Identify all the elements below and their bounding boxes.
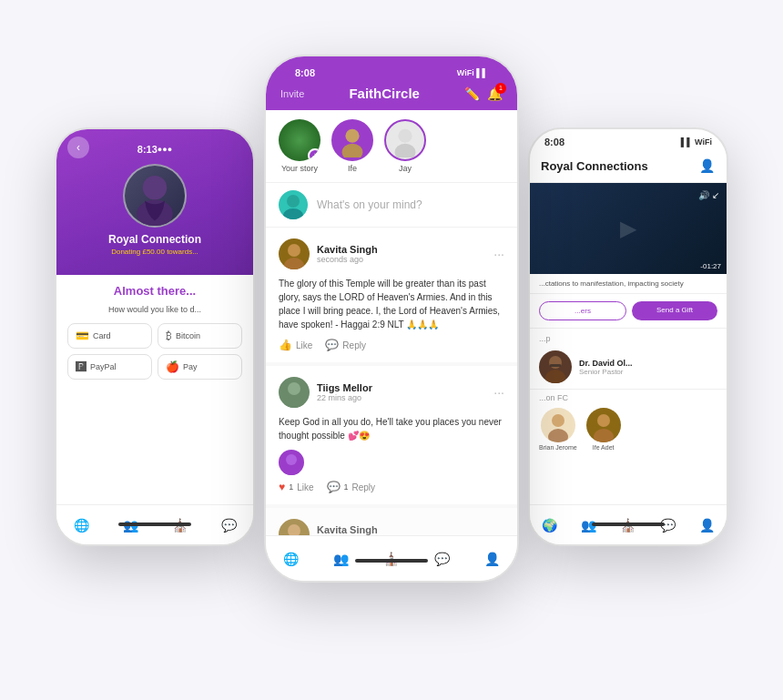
invite-label[interactable]: Invite — [280, 88, 304, 99]
edit-icon[interactable]: ✏️ — [464, 86, 480, 101]
svg-point-19 — [552, 414, 564, 427]
app-label: ...p — [530, 329, 727, 345]
video-player[interactable]: ▶ 🔊 ↙ NDS OF CHANGE 2018 -01:27 — [530, 183, 727, 274]
stories-row: + Your story Ife — [266, 110, 517, 183]
post-author-1: Kavita Singh — [317, 244, 486, 255]
c-volume-up — [264, 120, 266, 152]
post-time-1: seconds ago — [317, 255, 486, 264]
apple-pay-payment[interactable]: 🍎 Pay — [158, 354, 242, 380]
member-ife[interactable]: Ife Adet — [586, 408, 621, 451]
paypal-payment[interactable]: 🅿 PayPal — [67, 354, 152, 380]
payment-options: 💳 Card ₿ Bitcoin 🅿 PayPal 🍎 Pay — [67, 323, 242, 380]
ife-member-avatar-image — [586, 408, 621, 442]
member-brian[interactable]: Brian Jerome — [539, 408, 577, 451]
r-nav-profile[interactable]: 👤 — [697, 516, 716, 534]
jay-avatar — [384, 119, 426, 161]
nav-globe-icon[interactable]: 🌐 — [72, 516, 90, 534]
header-action-icons: ✏️ 🔔 1 — [464, 86, 503, 101]
card-payment[interactable]: 💳 Card — [67, 323, 152, 349]
pastor-role: Senior Pastor — [579, 368, 633, 376]
post-kavita-2: Kavita Singh 7 mins ago — [266, 508, 517, 535]
center-status-bar: 8:08 WiFi ▌▌ — [280, 62, 503, 80]
post-more-2[interactable]: ··· — [493, 385, 504, 400]
my-story[interactable]: + Your story — [279, 119, 320, 173]
left-status-icons: ●●● — [158, 145, 172, 154]
reply-button-2[interactable]: 💬 1 Reply — [327, 481, 376, 493]
jay-story-label: Jay — [399, 164, 412, 173]
post-header-1: Kavita Singh seconds ago ··· — [279, 238, 504, 269]
svg-point-5 — [395, 144, 416, 157]
svg-point-3 — [342, 144, 363, 157]
post-meta-1: Kavita Singh seconds ago — [317, 244, 486, 264]
avatar-image — [125, 166, 185, 226]
video-play-icon: ▶ — [620, 216, 636, 241]
commenter-avatar — [279, 450, 304, 475]
reply-button-1[interactable]: 💬 Reply — [325, 339, 366, 351]
pastor-avatar — [539, 350, 572, 383]
svg-point-21 — [597, 414, 610, 427]
jay-story[interactable]: Jay — [384, 119, 426, 173]
user-avatar-small — [279, 190, 308, 219]
almost-there-label: Almost there... — [67, 284, 242, 298]
left-profile-avatar — [123, 164, 187, 228]
user-avatar-image — [279, 190, 308, 219]
members-list: Brian Jerome Ife Adet — [530, 404, 727, 458]
svg-point-14 — [288, 524, 300, 535]
apple-pay-label: Pay — [183, 362, 198, 371]
r-nav-globe[interactable]: 🌍 — [541, 516, 559, 534]
c-volume-down — [264, 161, 266, 193]
bitcoin-payment[interactable]: ₿ Bitcoin — [158, 323, 242, 349]
c-nav-chat[interactable]: 💬 — [432, 550, 451, 568]
r-power — [727, 202, 728, 238]
comment-icon-1: 💬 — [325, 339, 339, 351]
comment-count-2: 1 — [344, 482, 349, 492]
c-nav-profile[interactable]: 👤 — [483, 550, 501, 568]
ife-avatar — [331, 119, 373, 161]
center-header: Invite FaithCircle ✏️ 🔔 1 — [266, 80, 517, 110]
back-button[interactable]: ‹ — [67, 137, 89, 158]
compose-placeholder[interactable]: What's on your mind? — [317, 198, 504, 211]
kavita2-avatar-image — [279, 519, 310, 535]
send-gift-button[interactable]: Send a Gift — [632, 301, 717, 320]
post-actions-2: ♥ 1 Like 💬 1 Reply — [279, 481, 504, 493]
left-phone: 8:13 ●●● ‹ Royal Connection Donating £50… — [55, 127, 255, 546]
c-nav-people[interactable]: 👥 — [332, 550, 351, 568]
fc-label: ...on FC — [530, 390, 727, 404]
right-phone: 8:08 ▌▌ WiFi Royal Connections 👤 ▶ 🔊 ↙ N… — [528, 127, 728, 546]
right-profile-icon[interactable]: 👤 — [697, 157, 716, 175]
like-button-1[interactable]: 👍 Like — [279, 339, 312, 351]
nav-chat-icon[interactable]: 💬 — [219, 516, 238, 534]
add-story-icon: + — [308, 148, 320, 161]
card-icon: 💳 — [76, 330, 89, 342]
post-tiigs: Tiigs Mellor 22 mins ago ··· Keep God in… — [266, 366, 517, 504]
post-content-2: Keep God in all you do, He'll take you p… — [279, 415, 504, 442]
ife-story[interactable]: Ife — [331, 119, 373, 173]
post-author-2: Tiigs Mellor — [317, 382, 486, 393]
post-kavita-1: Kavita Singh seconds ago ··· The glory o… — [266, 228, 517, 362]
power-button — [253, 202, 255, 238]
bell-icon[interactable]: 🔔 1 — [487, 86, 503, 101]
kavita2-avatar — [279, 519, 310, 535]
right-status-icons: ▌▌ WiFi — [681, 137, 712, 147]
left-time: 8:13 — [137, 144, 158, 155]
pastor-avatar-image — [539, 350, 572, 383]
svg-point-20 — [548, 429, 568, 442]
followers-button[interactable]: ...ers — [539, 301, 626, 320]
post-time-2: 22 mins ago — [317, 393, 486, 402]
post-more-1[interactable]: ··· — [493, 247, 504, 261]
svg-point-9 — [284, 258, 304, 269]
center-bottom-nav: 🌐 👥 ⛪ 💬 👤 — [266, 535, 517, 581]
right-status-bar: 8:08 ▌▌ WiFi — [530, 129, 727, 149]
c-nav-globe[interactable]: 🌐 — [282, 550, 300, 568]
commenter-image — [279, 450, 304, 475]
left-phone-subtitle: Donating £50.00 towards... — [111, 248, 198, 256]
post-actions-1: 👍 Like 💬 Reply — [279, 339, 504, 351]
compose-post-bar[interactable]: What's on your mind? — [266, 183, 517, 228]
news-feed: Kavita Singh seconds ago ··· The glory o… — [266, 228, 517, 535]
brian-avatar-image — [541, 408, 575, 442]
like-button-2[interactable]: ♥ 1 Like — [279, 481, 314, 493]
thumb-icon-1: 👍 — [279, 339, 292, 351]
svg-point-0 — [143, 176, 167, 199]
kavita-avatar — [279, 238, 310, 269]
right-header: Royal Connections 👤 — [530, 149, 727, 183]
